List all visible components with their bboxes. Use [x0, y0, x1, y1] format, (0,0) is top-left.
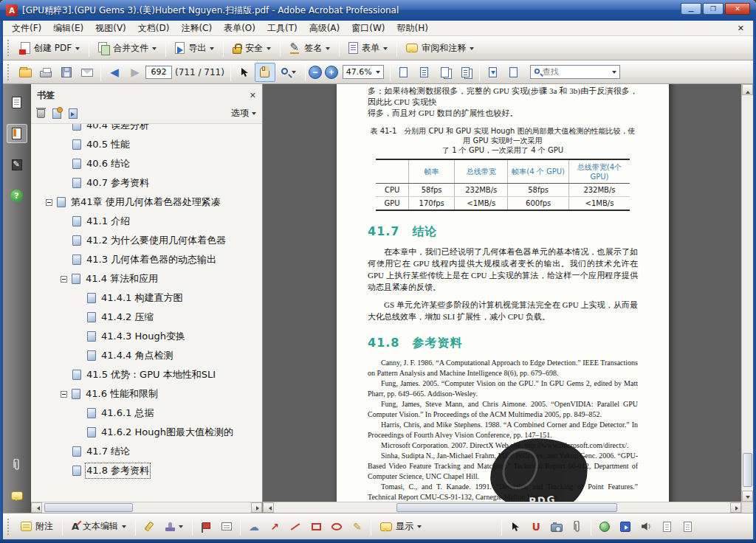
close-document-icon[interactable]: [738, 24, 744, 33]
scrollbar-thumb[interactable]: [743, 453, 752, 487]
3d-tool-button[interactable]: [594, 517, 615, 536]
combine-files-button[interactable]: 合并文件: [92, 38, 162, 58]
bookmark-item[interactable]: 40.7 参考资料: [31, 173, 262, 193]
bookmark-item[interactable]: 41.4.2 压缩: [31, 308, 262, 327]
bookmark-item[interactable]: 41.2 为什么要使用几何体着色器: [31, 231, 262, 250]
zoom-level-combo[interactable]: 47.6%: [343, 65, 384, 79]
toolbar-grip[interactable]: [7, 519, 11, 535]
show-comments-button[interactable]: 显示: [374, 517, 427, 536]
collapse-toggle-icon[interactable]: [46, 199, 52, 206]
select-object-tool-button[interactable]: [505, 517, 526, 536]
signatures-panel-button[interactable]: [7, 155, 27, 174]
email-button[interactable]: [77, 63, 97, 82]
callout-tool-button[interactable]: [196, 517, 216, 536]
new-bookmark-icon[interactable]: [52, 108, 61, 119]
continuous-layout-button[interactable]: [414, 63, 435, 82]
previous-page-button[interactable]: [104, 63, 125, 82]
hand-tool-button[interactable]: [255, 63, 275, 82]
title-bar[interactable]: [GPU精粹3].(GPU Gems 3).(美)Hubert Nguyen.扫…: [0, 0, 756, 21]
cloud-tool-button[interactable]: [244, 517, 264, 536]
review-comment-button[interactable]: 审阅和注释: [400, 38, 480, 58]
snapshot-tool-button[interactable]: [546, 517, 567, 536]
scroll-right-button[interactable]: [730, 502, 741, 513]
menu-tools[interactable]: 工具(T): [261, 21, 303, 36]
bookmarks-horizontal-scrollbar[interactable]: [31, 502, 262, 513]
full-screen-button[interactable]: [504, 63, 524, 82]
touchup-tool-button[interactable]: [526, 517, 546, 536]
expand-current-bookmark-icon[interactable]: [69, 108, 78, 119]
movie-tool-button[interactable]: [615, 517, 636, 536]
howto-panel-button[interactable]: [7, 186, 27, 205]
minimize-button[interactable]: [681, 3, 701, 15]
document-area[interactable]: 多；如果待检测数据很多，完整的 GPU 实现(步骤 3a 和 3b)由于反演很多…: [263, 84, 753, 513]
scroll-right-button[interactable]: [251, 502, 262, 513]
toolbar-grip[interactable]: [7, 40, 11, 56]
print-button[interactable]: [35, 63, 56, 82]
sound-tool-button[interactable]: [636, 517, 656, 536]
bookmarks-panel-button[interactable]: [7, 124, 27, 143]
select-tool-button[interactable]: [234, 63, 255, 82]
close-button[interactable]: [725, 3, 750, 15]
find-input[interactable]: [543, 67, 610, 77]
two-up-continuous-layout-button[interactable]: [456, 63, 476, 82]
collapse-toggle-icon[interactable]: [61, 391, 67, 398]
panel-close-icon[interactable]: [250, 91, 256, 100]
menu-file[interactable]: 文件(F): [6, 21, 47, 36]
bookmark-item[interactable]: 41.6.1 总据: [31, 404, 262, 423]
zoom-out-button[interactable]: −: [309, 66, 322, 79]
attach-file-tool-button[interactable]: [567, 517, 588, 536]
scroll-up-button[interactable]: [742, 84, 753, 95]
options-button[interactable]: 选项: [231, 107, 256, 120]
bookmark-item-selected[interactable]: 41.8 参考资料: [31, 461, 262, 480]
doc-tool-button-b[interactable]: [677, 517, 698, 536]
rectangle-tool-button[interactable]: [306, 517, 326, 536]
bookmark-item[interactable]: 40.5 性能: [31, 135, 262, 154]
restore-button[interactable]: [703, 3, 724, 15]
horizontal-scrollbar[interactable]: [263, 502, 741, 513]
bookmark-item[interactable]: 40.6 结论: [31, 154, 262, 173]
menu-edit[interactable]: 编辑(E): [47, 21, 89, 36]
page-number-input[interactable]: [145, 66, 172, 79]
note-tool-button[interactable]: 附注: [15, 517, 59, 536]
export-button[interactable]: 导出: [169, 38, 220, 58]
menu-advanced[interactable]: 高级(A): [303, 21, 346, 36]
scroll-mode-button[interactable]: [483, 63, 504, 82]
save-button[interactable]: [56, 63, 77, 82]
delete-bookmark-icon[interactable]: [37, 109, 45, 118]
menu-document[interactable]: 文档(D): [132, 21, 176, 36]
oval-tool-button[interactable]: [326, 517, 347, 536]
scroll-down-button[interactable]: [742, 491, 753, 502]
bookmark-item[interactable]: 第41章 使用几何体着色器处理紧凑: [31, 193, 262, 212]
bookmark-item[interactable]: 41.7 结论: [31, 442, 262, 461]
create-pdf-button[interactable]: 创建 PDF: [15, 38, 86, 58]
arrow-tool-button[interactable]: [264, 517, 285, 536]
bookmark-item[interactable]: 41.5 优势：GPU 本地性和SLI: [31, 365, 262, 384]
menu-comments[interactable]: 注释(C): [175, 21, 218, 36]
bookmark-item[interactable]: 41.4.4 角点检测: [31, 346, 262, 365]
next-page-button[interactable]: [125, 63, 145, 82]
toolbar-grip[interactable]: [7, 64, 11, 80]
scrollbar-thumb[interactable]: [396, 503, 616, 512]
bookmark-item[interactable]: 40.4 误差分析: [31, 124, 262, 135]
text-edits-button[interactable]: 文本编辑: [66, 517, 132, 536]
secure-button[interactable]: 安全: [227, 38, 277, 58]
collapse-toggle-icon[interactable]: [61, 276, 67, 283]
scroll-left-button[interactable]: [31, 502, 42, 513]
bookmark-item[interactable]: 41.6 性能和限制: [31, 384, 262, 404]
two-up-layout-button[interactable]: [435, 63, 456, 82]
doc-tool-button-a[interactable]: [656, 517, 677, 536]
highlight-tool-button[interactable]: [139, 517, 159, 536]
bookmark-item[interactable]: 41.4.3 Hough变换: [31, 327, 262, 346]
bookmark-item[interactable]: 41.4 算法和应用: [31, 269, 262, 288]
scroll-left-button[interactable]: [263, 502, 274, 513]
line-tool-button[interactable]: [285, 517, 306, 536]
vertical-scrollbar[interactable]: [741, 84, 753, 502]
open-file-button[interactable]: [15, 63, 35, 82]
attachments-panel-button[interactable]: [7, 455, 27, 474]
menu-view[interactable]: 视图(V): [89, 21, 132, 36]
stamp-tool-button[interactable]: [159, 517, 189, 536]
zoom-tool-button[interactable]: [275, 63, 302, 82]
bookmark-item[interactable]: 41.3 几何体着色器的动态输出: [31, 250, 262, 269]
sign-button[interactable]: 签名: [284, 38, 336, 58]
scrollbar-thumb[interactable]: [44, 503, 133, 512]
